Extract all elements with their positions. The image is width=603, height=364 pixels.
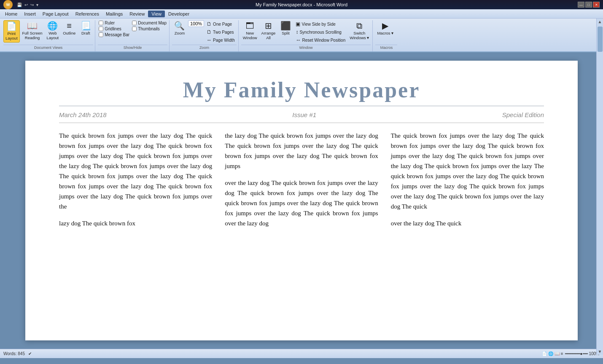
ruler-check[interactable] — [99, 21, 103, 25]
meta-issue: Issue #1 — [292, 111, 316, 118]
zoom-button[interactable]: 🔍 Zoom — [172, 20, 187, 37]
word-count: Words: 845 — [3, 351, 25, 356]
web-layout-button[interactable]: 🌐 WebLayout — [45, 20, 61, 42]
right-scrollbar[interactable]: ▲ ▼ — [596, 19, 603, 355]
status-bar: Words: 845 ✔ 📄 🌐 📖 ≡ ━━━━━━●━━ 100% — [0, 349, 603, 358]
window-small-buttons: ▣ View Side by Side ↕ Synchronous Scroll… — [294, 20, 347, 44]
column-3: The quick brown fox jumps over the lazy … — [391, 131, 544, 235]
menu-review[interactable]: Review — [126, 11, 148, 17]
zoom-page-buttons: 🗋 One Page 🗋 Two Pages ↔ Page Width — [205, 20, 237, 44]
ribbon: 📄 PrintLayout 📖 Full ScreenReading 🌐 Web… — [0, 19, 603, 52]
one-page-icon: 🗋 — [207, 21, 212, 27]
new-window-button[interactable]: 🗔 NewWindow — [241, 20, 259, 42]
menu-view[interactable]: View — [148, 11, 165, 17]
print-layout-button[interactable]: 📄 PrintLayout — [3, 20, 20, 43]
message-bar-checkbox[interactable]: Message Bar — [98, 32, 130, 37]
full-screen-icon: 📖 — [27, 21, 38, 30]
status-left: Words: 845 ✔ — [3, 351, 32, 356]
thumbnails-check[interactable] — [132, 27, 137, 31]
document-map-check[interactable] — [132, 21, 137, 25]
draft-label: Draft — [81, 31, 90, 35]
draft-button[interactable]: 📃 Draft — [78, 20, 93, 37]
gridlines-label: Gridlines — [105, 27, 121, 31]
split-label: Split — [282, 31, 289, 35]
office-button[interactable]: W — [3, 0, 13, 9]
page-width-icon: ↔ — [207, 37, 212, 43]
zoom-buttons: 🔍 Zoom 100% 🗋 One Page 🗋 Two Pages ↔ — [172, 20, 237, 44]
close-button[interactable]: ✕ — [593, 2, 600, 8]
full-screen-reading-button[interactable]: 📖 Full ScreenReading — [21, 20, 44, 42]
one-page-button[interactable]: 🗋 One Page — [205, 20, 237, 28]
gridlines-check[interactable] — [99, 27, 103, 31]
meta-edition: Special Edition — [502, 111, 544, 118]
scroll-down-arrow[interactable]: ▼ — [597, 348, 603, 355]
customize-quick-btn[interactable]: ▾ — [35, 3, 39, 7]
view-side-by-side-button[interactable]: ▣ View Side by Side — [294, 20, 347, 28]
restore-button[interactable]: □ — [585, 2, 592, 8]
save-quick-btn[interactable]: 💾 — [16, 3, 23, 7]
status-right: 📄 🌐 📖 ≡ ━━━━━━●━━ 100% — [542, 351, 600, 356]
zoom-icon: 🔍 — [174, 21, 185, 30]
split-button[interactable]: ⬛ Split — [278, 20, 293, 37]
reset-window-label: Reset Window Position — [302, 38, 345, 43]
page-width-button[interactable]: ↔ Page Width — [205, 36, 237, 44]
column-2: the lazy dog The quick brown fox jumps o… — [225, 131, 378, 235]
redo-quick-btn[interactable]: ↪ — [30, 3, 35, 7]
arrange-all-button[interactable]: ⊞ ArrangeAll — [260, 20, 277, 42]
column-1: The quick brown fox jumps over the lazy … — [59, 131, 212, 235]
col1-para1: The quick brown fox jumps over the lazy … — [59, 131, 212, 211]
zoom-percent[interactable]: 100% — [188, 20, 204, 27]
two-pages-icon: 🗋 — [207, 29, 212, 35]
col3-para1: The quick brown fox jumps over the lazy … — [391, 131, 544, 211]
macros-icon: ▶ — [382, 21, 388, 30]
reset-window-position-button[interactable]: ↔ Reset Window Position — [294, 36, 347, 44]
macros-label: Macros — [375, 45, 397, 51]
menu-developer[interactable]: Developer — [165, 11, 193, 17]
outline-icon: ≡ — [67, 21, 72, 30]
macros-label: Macros ▾ — [377, 31, 393, 35]
undo-quick-btn[interactable]: ↩ — [24, 3, 29, 7]
quick-access-toolbar: 💾 ↩ ↪ ▾ — [16, 3, 39, 7]
macros-buttons: ▶ Macros ▾ — [375, 20, 397, 44]
gridlines-checkbox[interactable]: Gridlines — [98, 26, 130, 32]
show-hide-checkboxes-2: Document Map Thumbnails — [131, 20, 167, 32]
title-bar: W 💾 ↩ ↪ ▾ My Family Newspaper.docx - Mic… — [0, 0, 603, 9]
ruler-label: Ruler — [105, 21, 115, 25]
menu-home[interactable]: Home — [2, 11, 21, 17]
menu-insert[interactable]: Insert — [21, 11, 39, 17]
outline-button[interactable]: ≡ Outline — [61, 20, 77, 37]
col2-para2: over the lazy dog The quick brown fox ju… — [225, 178, 378, 228]
meta-date: March 24th 2018 — [59, 111, 107, 118]
menu-references[interactable]: References — [72, 11, 102, 17]
document-map-checkbox[interactable]: Document Map — [131, 20, 167, 26]
window-label: Window — [241, 45, 371, 51]
reset-window-icon: ↔ — [296, 37, 301, 43]
ruler-checkbox[interactable]: Ruler — [98, 20, 130, 26]
window-title: My Family Newspaper.docx - Microsoft Wor… — [256, 2, 347, 7]
message-bar-label: Message Bar — [105, 32, 129, 37]
scroll-thumb[interactable] — [598, 27, 603, 52]
show-hide-checkboxes: Ruler Gridlines Message Bar — [98, 20, 130, 37]
minimize-button[interactable]: — — [578, 2, 584, 8]
thumbnails-checkbox[interactable]: Thumbnails — [131, 26, 167, 32]
menu-page-layout[interactable]: Page Layout — [39, 11, 72, 17]
message-bar-check[interactable] — [99, 32, 103, 37]
web-layout-icon: 🌐 — [47, 21, 58, 30]
ribbon-group-show-hide: Ruler Gridlines Message Bar Document Map… — [96, 20, 170, 51]
menu-mailings[interactable]: Mailings — [102, 11, 126, 17]
ribbon-group-document-views: 📄 PrintLayout 📖 Full ScreenReading 🌐 Web… — [2, 20, 95, 51]
zoom-slider[interactable]: ━━━━━━●━━ 100% — [565, 351, 600, 356]
two-pages-button[interactable]: 🗋 Two Pages — [205, 28, 237, 36]
ribbon-group-zoom: 🔍 Zoom 100% 🗋 One Page 🗋 Two Pages ↔ — [170, 20, 239, 51]
thumbnails-label: Thumbnails — [138, 27, 160, 31]
title-bar-left: W 💾 ↩ ↪ ▾ — [3, 0, 39, 9]
synchronous-scrolling-button[interactable]: ↕ Synchronous Scrolling — [294, 28, 347, 36]
document-map-label: Document Map — [138, 21, 167, 25]
col2-para1: the lazy dog The quick brown fox jumps o… — [225, 131, 378, 171]
full-screen-label: Full ScreenReading — [22, 31, 43, 40]
switch-windows-button[interactable]: ⧉ SwitchWindows ▾ — [348, 20, 371, 42]
scroll-up-arrow[interactable]: ▲ — [597, 19, 603, 25]
macros-button[interactable]: ▶ Macros ▾ — [375, 20, 395, 37]
view-side-icon: ▣ — [296, 21, 300, 27]
one-page-label: One Page — [213, 22, 232, 27]
